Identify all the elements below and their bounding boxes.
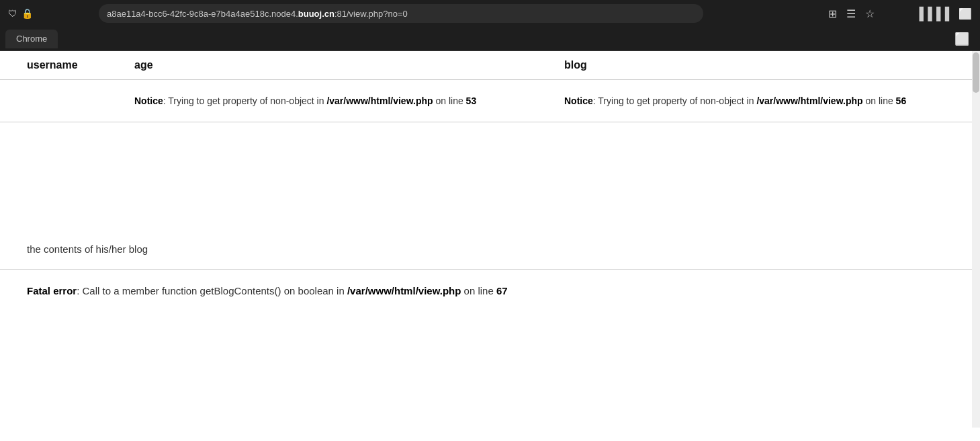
notice2: Notice: Trying to get property of non-ob… <box>564 93 953 108</box>
notice1: Notice: Trying to get property of non-ob… <box>134 93 564 108</box>
scrollbar-thumb[interactable] <box>973 52 979 93</box>
fatal-error-text: Fatal error: Call to a member function g… <box>27 283 953 299</box>
url-display: a8ae11a4-bcc6-42fc-9c8a-e7b4a4ae518c.nod… <box>107 9 408 19</box>
table-row: Notice: Trying to get property of non-ob… <box>0 80 980 122</box>
tab-icon[interactable]: ⬜ <box>959 7 972 20</box>
blog-contents-text: the contents of his/her blog <box>27 243 148 255</box>
shield-icon: 🛡 <box>8 8 17 19</box>
active-tab[interactable]: Chrome <box>5 30 58 48</box>
cell-blog: Notice: Trying to get property of non-ob… <box>564 93 953 108</box>
list-icon[interactable]: ☰ <box>846 7 856 20</box>
browser-titlebar: 🛡 🔒 a8ae11a4-bcc6-42fc-9c8a-e7b4a4ae518c… <box>0 0 980 27</box>
table-header: username age blog <box>0 51 980 80</box>
tab-bar: Chrome ⬜ <box>0 27 980 51</box>
address-bar[interactable]: a8ae11a4-bcc6-42fc-9c8a-e7b4a4ae518c.nod… <box>99 4 703 23</box>
page-content: username age blog Notice: Trying to get … <box>0 51 980 441</box>
sidebar-icon[interactable]: ▐▐▐▐ <box>915 7 949 21</box>
grid-icon[interactable]: ⊞ <box>828 7 837 20</box>
empty-space <box>0 122 980 230</box>
tab-label: Chrome <box>16 34 47 44</box>
toolbar-icons: ⊞ ☰ ☆ <box>828 7 875 20</box>
fatal-error-row: Fatal error: Call to a member function g… <box>0 270 980 313</box>
blog-contents-row: the contents of his/her blog <box>0 230 980 270</box>
lock-icon: 🔒 <box>21 8 33 19</box>
star-icon[interactable]: ☆ <box>865 7 875 20</box>
col-username-header: username <box>27 59 134 71</box>
right-icons: ▐▐▐▐ ⬜ <box>915 7 972 21</box>
new-tab-button[interactable]: ⬜ <box>954 32 969 46</box>
scrollbar[interactable] <box>972 51 980 428</box>
col-age-header: age <box>134 59 564 71</box>
cell-age: Notice: Trying to get property of non-ob… <box>134 93 564 108</box>
col-blog-header: blog <box>564 59 953 71</box>
